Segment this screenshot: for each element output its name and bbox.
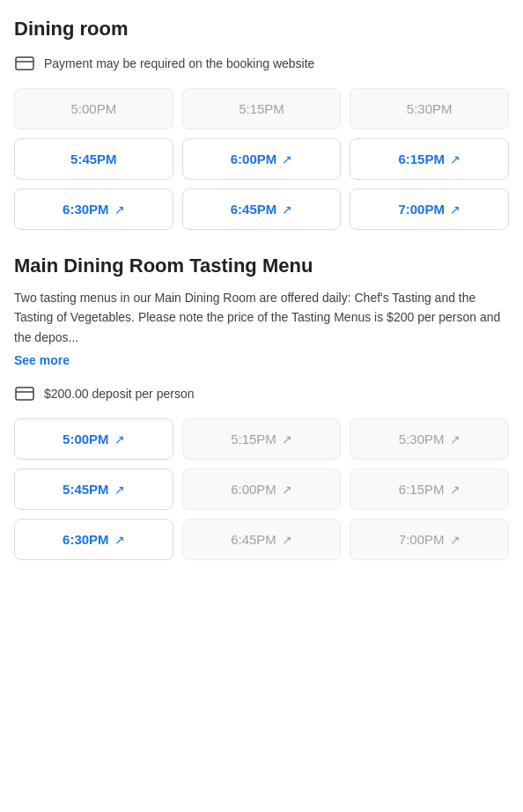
time-slot[interactable]: 5:00PM ↗ [14, 418, 173, 460]
external-link-icon: ↗ [450, 432, 460, 447]
section1-title: Dining room [14, 18, 509, 41]
payment-notice-1: Payment may be required on the booking w… [14, 53, 509, 74]
deposit-notice-text: $200.00 deposit per person [44, 387, 194, 401]
card-icon-1 [14, 53, 35, 74]
time-slot: 5:30PM [350, 88, 509, 129]
payment-notice-text-1: Payment may be required on the booking w… [44, 56, 314, 70]
time-slot: 5:30PM ↗ [350, 418, 509, 460]
time-grid-1: 5:00PM5:15PM5:30PM5:45PM6:00PM ↗6:15PM ↗… [14, 88, 509, 230]
time-slot[interactable]: 5:45PM [14, 138, 173, 180]
external-link-icon: ↗ [282, 533, 292, 547]
external-link-icon: ↗ [450, 203, 460, 217]
external-link-icon: ↗ [282, 203, 292, 217]
time-slot[interactable]: 6:30PM ↗ [14, 519, 173, 560]
section2-title: Main Dining Room Tasting Menu [14, 255, 509, 277]
external-link-icon: ↗ [114, 533, 125, 547]
time-slot: 6:15PM ↗ [350, 469, 509, 510]
time-slot: 5:00PM [14, 88, 173, 129]
time-slot: 7:00PM ↗ [350, 519, 509, 560]
time-grid-2: 5:00PM ↗5:15PM ↗5:30PM ↗5:45PM ↗6:00PM ↗… [14, 418, 509, 560]
external-link-icon: ↗ [114, 203, 125, 217]
external-link-icon: ↗ [114, 483, 125, 497]
svg-rect-0 [16, 57, 33, 70]
time-slot: 5:15PM ↗ [182, 418, 342, 460]
time-slot: 5:15PM [182, 88, 342, 129]
deposit-notice: $200.00 deposit per person [14, 383, 509, 404]
card-icon-2 [14, 383, 35, 404]
menu-description: Two tasting menus in our Main Dining Roo… [14, 288, 509, 347]
external-link-icon: ↗ [450, 152, 460, 166]
time-slot[interactable]: 6:30PM ↗ [14, 188, 173, 230]
svg-rect-2 [16, 388, 33, 400]
time-slot[interactable]: 6:15PM ↗ [350, 138, 509, 180]
time-slot[interactable]: 6:00PM ↗ [182, 138, 342, 180]
external-link-icon: ↗ [450, 533, 460, 547]
external-link-icon: ↗ [282, 432, 292, 447]
external-link-icon: ↗ [114, 432, 125, 447]
see-more-link[interactable]: See more [14, 353, 70, 367]
time-slot: 6:45PM ↗ [182, 519, 342, 560]
time-slot[interactable]: 5:45PM ↗ [14, 469, 173, 510]
time-slot: 6:00PM ↗ [182, 469, 342, 510]
external-link-icon: ↗ [282, 483, 292, 497]
external-link-icon: ↗ [282, 152, 292, 166]
time-slot[interactable]: 7:00PM ↗ [350, 188, 509, 230]
time-slot[interactable]: 6:45PM ↗ [182, 188, 342, 230]
external-link-icon: ↗ [450, 483, 460, 497]
